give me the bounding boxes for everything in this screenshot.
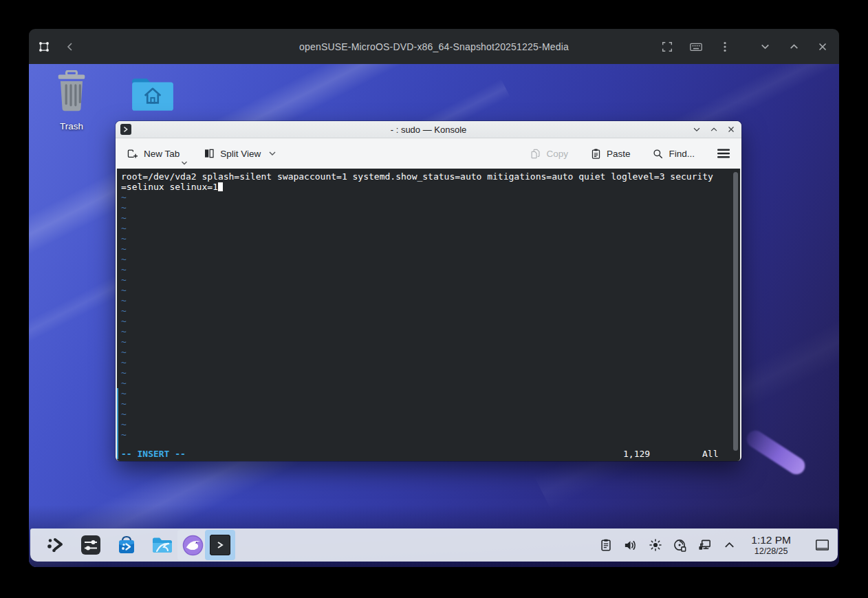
vim-tilde-line: ~ <box>121 419 740 429</box>
vim-text-line-1: root=/dev/vda2 splash=silent swapaccount… <box>121 171 740 182</box>
hamburger-menu-icon[interactable] <box>714 144 733 163</box>
network-icon[interactable] <box>697 538 712 553</box>
new-tab-dropdown-icon[interactable] <box>181 160 188 166</box>
terminal-view[interactable]: root=/dev/vda2 splash=silent swapaccount… <box>117 169 740 461</box>
vim-tilde-line: ~ <box>121 357 740 367</box>
clipboard-icon[interactable] <box>598 538 613 553</box>
home-folder-icon <box>130 74 175 116</box>
close-window-icon[interactable] <box>726 125 736 135</box>
vim-tilde-line: ~ <box>121 398 740 409</box>
disk-devices-icon[interactable] <box>673 538 687 553</box>
trash-icon <box>52 70 91 116</box>
desktop-icon-trash[interactable]: Trash <box>39 70 105 131</box>
text-cursor <box>218 182 223 191</box>
close-icon[interactable] <box>816 40 829 54</box>
taskbar-panel: 1:12 PM 12/28/25 <box>30 528 838 562</box>
taskbar-task-konsole[interactable] <box>205 530 235 560</box>
clock-date: 12/28/25 <box>751 546 791 556</box>
vim-tilde-line: ~ <box>121 295 740 306</box>
find-label: Find... <box>669 149 695 159</box>
paste-label: Paste <box>607 149 631 159</box>
vim-ruler: 1,129 <box>623 449 650 459</box>
konsole-toolbar: New Tab Split View <box>116 138 741 169</box>
application-launcher-icon[interactable] <box>44 534 66 556</box>
vim-tilde-line: ~ <box>121 223 740 233</box>
konsole-window-title: - : sudo — Konsole <box>116 125 741 135</box>
show-desktop-icon[interactable] <box>815 538 829 553</box>
taskbar-task-falkon[interactable] <box>177 530 208 560</box>
new-tab-label: New Tab <box>144 149 180 159</box>
taskbar-left-group <box>30 534 173 556</box>
chevron-down-icon[interactable] <box>758 40 772 54</box>
vim-tilde-line: ~ <box>121 192 740 202</box>
vim-tilde-line: ~ <box>121 378 740 388</box>
vim-text-line-2: =selinux selinux=1 <box>121 182 740 192</box>
copy-button[interactable]: Copy <box>527 144 571 164</box>
split-view-dropdown-icon[interactable] <box>268 150 276 157</box>
kebab-menu-icon[interactable] <box>718 40 732 54</box>
system-settings-icon[interactable] <box>80 534 102 556</box>
vim-tilde-line: ~ <box>121 213 740 223</box>
new-tab-button[interactable]: New Tab <box>124 143 182 164</box>
vim-tilde-line: ~ <box>121 264 740 275</box>
discover-icon[interactable] <box>116 534 138 556</box>
terminal-left-edge-highlight <box>117 388 118 459</box>
vim-tilde-line: ~ <box>121 233 740 244</box>
copy-label: Copy <box>546 149 568 159</box>
clock-time: 1:12 PM <box>751 534 791 546</box>
desktop-icon-home[interactable] <box>120 74 186 116</box>
brightness-icon[interactable] <box>648 538 662 553</box>
vim-scroll-position: All <box>702 449 718 459</box>
vim-tildes: ~~~~~~~~~~~~~~~~~~~~~~~~ <box>121 192 740 440</box>
expand-tray-icon[interactable] <box>722 538 737 553</box>
vim-tilde-line: ~ <box>121 306 740 316</box>
vim-tilde-line: ~ <box>121 326 740 337</box>
digital-clock[interactable]: 1:12 PM 12/28/25 <box>751 534 791 556</box>
titlebar-right-group <box>660 40 829 54</box>
find-button[interactable]: Find... <box>649 144 697 164</box>
toolbar-right-group: Copy Paste <box>527 144 733 164</box>
screen: openSUSE-MicroOS-DVD-x86_64-Snapshot2025… <box>0 0 868 598</box>
vim-tilde-line: ~ <box>121 429 740 440</box>
vim-tilde-line: ~ <box>121 275 740 285</box>
vim-tilde-line: ~ <box>121 285 740 295</box>
keyboard-icon[interactable] <box>689 40 703 54</box>
wallpaper-comet-shape <box>744 427 808 478</box>
vim-tilde-line: ~ <box>121 202 740 213</box>
vim-tilde-line: ~ <box>121 337 740 347</box>
maximize-icon[interactable] <box>708 125 719 135</box>
minimize-icon[interactable] <box>691 125 702 135</box>
chevron-up-icon[interactable] <box>787 40 801 54</box>
konsole-window-controls <box>691 125 736 135</box>
konsole-taskbar-icon <box>210 535 230 555</box>
system-tray: 1:12 PM 12/28/25 <box>598 534 829 556</box>
vim-tilde-line: ~ <box>121 347 740 357</box>
vim-tilde-line: ~ <box>121 388 740 398</box>
vim-tilde-line: ~ <box>121 409 740 419</box>
vim-tilde-line: ~ <box>121 244 740 254</box>
vim-tilde-line: ~ <box>121 367 740 378</box>
vm-window-titlebar: openSUSE-MicroOS-DVD-x86_64-Snapshot2025… <box>29 29 839 64</box>
terminal-scrollbar[interactable] <box>733 172 738 451</box>
konsole-window: - : sudo — Konsole <box>116 121 741 461</box>
vim-tilde-line: ~ <box>121 316 740 326</box>
boxes-app-icon[interactable] <box>37 40 51 54</box>
konsole-app-icon <box>120 124 131 135</box>
volume-icon[interactable] <box>623 538 638 553</box>
vim-mode-indicator: -- INSERT -- <box>121 449 186 459</box>
split-view-button[interactable]: Split View <box>200 143 279 164</box>
titlebar-left-group <box>29 40 77 54</box>
split-view-label: Split View <box>220 149 261 159</box>
dolphin-icon[interactable] <box>151 534 173 556</box>
paste-button[interactable]: Paste <box>587 144 633 164</box>
desktop-icon-label: Trash <box>60 121 83 131</box>
fullscreen-icon[interactable] <box>660 40 674 54</box>
back-icon[interactable] <box>63 40 77 54</box>
vm-desktop: Trash - : sudo — Konsole <box>29 64 839 567</box>
vim-status-line: -- INSERT -- 1,129 All <box>121 449 730 459</box>
falkon-icon <box>182 534 204 556</box>
vim-tilde-line: ~ <box>121 254 740 264</box>
konsole-titlebar[interactable]: - : sudo — Konsole <box>116 121 741 138</box>
